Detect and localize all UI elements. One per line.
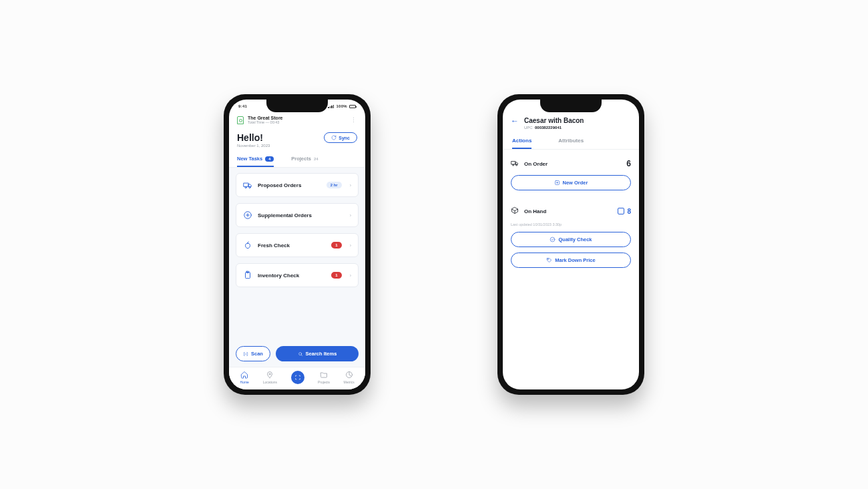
store-name: The Great Store	[248, 116, 283, 120]
status-time: 9:41	[238, 104, 247, 108]
card-title: Inventory Check	[258, 273, 299, 279]
tabbar-metrics-label: Metrics	[344, 380, 355, 384]
scan-fab-icon	[291, 371, 304, 384]
apple-icon	[243, 240, 252, 250]
location-icon	[265, 370, 274, 379]
truck-icon	[243, 180, 252, 190]
tab-bar: Home Locations Projects Metrics	[229, 367, 365, 389]
svg-point-11	[516, 164, 517, 166]
tab-actions[interactable]: Actions	[512, 138, 531, 149]
new-order-label: New Order	[563, 180, 588, 186]
bottom-actions: Scan Search Items	[229, 341, 365, 367]
phone-notch	[540, 99, 602, 112]
more-icon[interactable]: ⋮	[351, 117, 357, 124]
quality-check-button[interactable]: Quality Check	[511, 232, 631, 247]
scan-label: Scan	[251, 351, 263, 357]
on-hand-label: On Hand	[524, 208, 546, 214]
chevron-right-icon: ›	[350, 273, 351, 278]
svg-rect-9	[511, 162, 515, 165]
on-order-label: On Order	[524, 161, 548, 167]
chevron-right-icon: ›	[350, 183, 351, 188]
card-badge: 1	[331, 242, 341, 249]
on-order-value: 6	[626, 159, 631, 168]
search-items-button[interactable]: Search Items	[276, 346, 359, 361]
on-hand-meta: Last updated 10/31/2023 3:30p	[511, 222, 631, 226]
phone-notch	[266, 99, 328, 112]
tab-new-tasks[interactable]: New Tasks 4	[237, 156, 274, 167]
on-hand-row: On Hand 8	[511, 205, 631, 217]
home-icon	[240, 370, 249, 379]
card-proposed-orders[interactable]: Proposed Orders 2 hr ›	[236, 173, 359, 197]
card-title: Proposed Orders	[258, 182, 301, 188]
tabbar-locations[interactable]: Locations	[263, 370, 277, 384]
tabs: New Tasks 4 Projects 24	[229, 153, 365, 168]
sync-label: Sync	[339, 136, 350, 140]
mark-down-button[interactable]: Mark Down Price	[511, 253, 631, 268]
tabbar-metrics[interactable]: Metrics	[344, 370, 355, 384]
sync-button[interactable]: Sync	[324, 132, 357, 143]
new-order-button[interactable]: New Order	[511, 175, 631, 190]
svg-rect-0	[244, 183, 248, 186]
svg-point-14	[548, 259, 548, 259]
card-supplemental-orders[interactable]: Supplemental Orders ›	[236, 203, 359, 227]
card-fresh-check[interactable]: Fresh Check 1 ›	[236, 233, 359, 257]
tabbar-home-label: Home	[240, 380, 249, 384]
card-badge: 2 hr	[327, 182, 342, 188]
scan-button[interactable]: Scan	[236, 346, 270, 361]
phone-right: ← Caesar with Bacon UPC 000382229041 Act…	[497, 94, 644, 395]
plus-circle-icon	[243, 210, 252, 220]
mark-down-label: Mark Down Price	[555, 257, 595, 263]
item-header: ← Caesar with Bacon UPC 000382229041	[503, 113, 639, 132]
svg-point-7	[269, 373, 270, 375]
detail-body: On Order 6 New Order On Hand 8	[503, 150, 639, 276]
tabbar-home[interactable]: Home	[240, 370, 249, 384]
tabbar-locations-label: Locations	[263, 380, 277, 384]
screen-home: 9:41 100% The Great Store Total Time — 0…	[229, 100, 365, 389]
scan-icon	[243, 351, 248, 357]
svg-point-1	[245, 186, 246, 188]
on-order-row: On Order 6	[511, 158, 631, 170]
greeting-title: Hello!	[237, 132, 263, 143]
tab-attributes[interactable]: Attributes	[558, 138, 584, 149]
card-badge: 1	[331, 272, 341, 279]
quality-check-label: Quality Check	[558, 236, 592, 242]
store-header[interactable]: The Great Store Total Time — 00:43 ⋮	[229, 113, 365, 128]
svg-point-10	[513, 164, 514, 166]
chevron-right-icon: ›	[350, 243, 351, 248]
truck-icon	[511, 158, 519, 170]
battery-icon	[349, 105, 356, 108]
plus-icon	[554, 180, 560, 186]
upc-value: 000382229041	[535, 126, 562, 130]
card-inventory-check[interactable]: Inventory Check 1 ›	[236, 263, 359, 287]
svg-point-13	[551, 237, 556, 242]
tag-icon	[546, 257, 552, 263]
tab-new-tasks-label: New Tasks	[237, 156, 262, 162]
signal-icon	[328, 105, 334, 108]
tabbar-projects[interactable]: Projects	[318, 370, 330, 384]
clipboard-icon	[243, 271, 252, 280]
chart-icon	[345, 370, 354, 379]
card-title: Fresh Check	[258, 242, 290, 249]
task-card-list: Proposed Orders 2 hr › Supplemental Orde…	[229, 168, 365, 341]
status-battery: 100%	[336, 104, 347, 108]
svg-point-6	[298, 352, 301, 355]
tab-projects-count: 24	[314, 157, 318, 161]
back-button[interactable]: ←	[511, 117, 519, 125]
phone-left: 9:41 100% The Great Store Total Time — 0…	[224, 94, 371, 395]
upc-label: UPC	[524, 126, 533, 130]
chevron-right-icon: ›	[350, 213, 351, 218]
tab-projects[interactable]: Projects 24	[291, 156, 318, 167]
detail-tabs: Actions Attributes	[503, 132, 639, 150]
store-icon	[237, 116, 244, 124]
svg-point-2	[249, 186, 250, 188]
check-icon	[550, 236, 556, 242]
tabbar-projects-label: Projects	[318, 380, 330, 384]
folder-icon	[319, 370, 329, 379]
tab-projects-label: Projects	[291, 156, 311, 162]
on-hand-value: 8	[627, 208, 631, 215]
tabbar-center[interactable]	[291, 371, 304, 384]
store-time: Total Time — 00:43	[248, 120, 283, 124]
date-label: November 1, 2023	[229, 143, 365, 153]
edit-icon[interactable]	[618, 208, 624, 214]
tab-new-tasks-count: 4	[265, 156, 274, 162]
